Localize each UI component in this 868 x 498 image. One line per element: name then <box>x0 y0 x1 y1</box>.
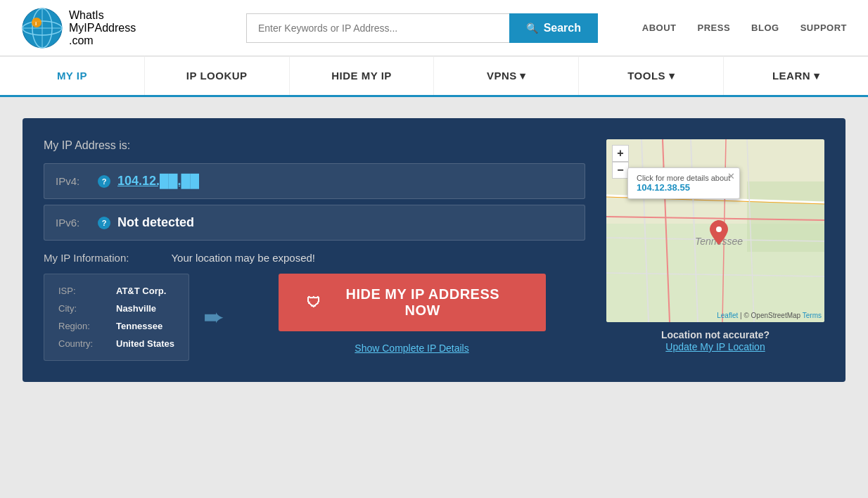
nav-my-ip[interactable]: MY IP <box>0 57 145 95</box>
search-button[interactable]: 🔍 Search <box>509 13 598 43</box>
ipv6-row: IPv6: ? Not detected <box>44 205 585 241</box>
logo-address: Address <box>94 22 136 34</box>
logo-globe-icon: i <box>21 7 63 49</box>
map-popup-ip[interactable]: 104.12.38.55 <box>637 182 731 193</box>
map-container[interactable]: Tennessee + − ✕ Click for more details a… <box>606 139 824 322</box>
nav-about[interactable]: ABOUT <box>642 23 677 33</box>
ipv4-type-label: IPv4: <box>56 175 91 187</box>
osm-attribution: © OpenStreetMap <box>743 312 800 319</box>
hide-ip-button[interactable]: 🛡 HIDE MY IP ADDRESS NOW <box>279 274 546 331</box>
svg-point-22 <box>716 226 722 232</box>
logo-myip: MyIP <box>69 22 94 34</box>
nav-vpns[interactable]: VPNS ▾ <box>434 57 579 95</box>
ip-address-label: My IP Address is: <box>44 139 585 152</box>
search-input[interactable] <box>246 13 509 43</box>
nav-press[interactable]: PRESS <box>698 23 731 33</box>
ip-info-section: My IP Information: Your location may be … <box>44 252 585 361</box>
country-value: United States <box>116 338 174 349</box>
map-popup: ✕ Click for more details about 104.12.38… <box>627 167 740 199</box>
city-key: City: <box>58 303 108 314</box>
map-popup-close[interactable]: ✕ <box>727 171 735 181</box>
nav-blog[interactable]: BLOG <box>751 23 779 33</box>
isp-row: ISP: AT&T Corp. <box>58 286 174 296</box>
content-area: My IP Address is: IPv4: ? 104.12.██.██ I… <box>0 97 868 403</box>
map-svg: Tennessee <box>606 139 824 322</box>
shield-icon: 🛡 <box>307 295 321 311</box>
region-key: Region: <box>58 321 108 331</box>
ipv6-type-label: IPv6: <box>56 217 91 229</box>
nav-support[interactable]: SUPPORT <box>800 23 847 33</box>
nav-tools[interactable]: TOOLS ▾ <box>579 57 724 95</box>
location-exposed-label: Your location may be exposed! <box>171 252 315 264</box>
location-not-accurate-text: Location not accurate? <box>606 329 824 340</box>
map-area: Tennessee + − ✕ Click for more details a… <box>606 139 824 361</box>
logo-text: WhatIs MyIP Address .com <box>69 9 136 47</box>
ipv4-help-badge[interactable]: ? <box>98 175 110 188</box>
hide-ip-panel: 🛡 HIDE MY IP ADDRESS NOW Show Complete I… <box>238 274 585 354</box>
show-complete-details-link[interactable]: Show Complete IP Details <box>355 343 468 354</box>
map-popup-title: Click for more details about <box>637 174 731 182</box>
region-row: Region: Tennessee <box>58 321 174 331</box>
location-info: Location not accurate? Update My IP Loca… <box>606 329 824 353</box>
nav-hide-my-ip[interactable]: HIDE MY IP <box>290 57 435 95</box>
header: i WhatIs MyIP Address .com 🔍 Search ABOU… <box>0 0 868 56</box>
zoom-out-button[interactable]: − <box>612 162 629 179</box>
ip-info-header: My IP Information: <box>44 252 129 264</box>
update-location-link[interactable]: Update My IP Location <box>665 341 765 352</box>
top-nav: ABOUT PRESS BLOG SUPPORT <box>642 23 847 33</box>
arrow-right-icon: ➨ <box>203 302 224 332</box>
country-row: Country: United States <box>58 338 174 349</box>
ipv6-help-badge[interactable]: ? <box>98 217 110 229</box>
ip-panel: My IP Address is: IPv4: ? 104.12.██.██ I… <box>23 118 845 382</box>
leaflet-link[interactable]: Leaflet <box>717 312 738 319</box>
ipv4-row: IPv4: ? 104.12.██.██ <box>44 163 585 199</box>
ip-left-column: My IP Address is: IPv4: ? 104.12.██.██ I… <box>44 139 585 361</box>
map-zoom-controls: + − <box>612 145 629 179</box>
svg-text:i: i <box>35 20 37 27</box>
isp-value: AT&T Corp. <box>116 286 166 296</box>
ipv4-value[interactable]: 104.12.██.██ <box>117 174 199 189</box>
osm-terms-link[interactable]: Terms <box>803 312 822 319</box>
city-row: City: Nashville <box>58 303 174 314</box>
hide-ip-btn-label: HIDE MY IP ADDRESS NOW <box>328 286 518 319</box>
nav-ip-lookup[interactable]: IP LOOKUP <box>145 57 290 95</box>
region-value: Tennessee <box>116 321 162 331</box>
ip-info-table: ISP: AT&T Corp. City: Nashville Region: … <box>44 274 189 361</box>
country-key: Country: <box>58 338 108 349</box>
search-button-label: Search <box>544 22 581 34</box>
zoom-in-button[interactable]: + <box>612 145 629 162</box>
logo-whatis: WhatIs <box>69 9 104 21</box>
logo-area: i WhatIs MyIP Address .com <box>21 7 218 49</box>
ip-details-grid: ISP: AT&T Corp. City: Nashville Region: … <box>44 274 585 361</box>
ipv6-value: Not detected <box>117 215 194 230</box>
isp-key: ISP: <box>58 286 108 296</box>
search-icon: 🔍 <box>526 23 538 34</box>
city-value: Nashville <box>116 303 156 314</box>
map-attribution: Leaflet | © OpenStreetMap Terms <box>717 312 822 319</box>
main-nav: MY IP IP LOOKUP HIDE MY IP VPNS ▾ TOOLS … <box>0 56 868 97</box>
logo-dotcom: .com <box>69 34 94 46</box>
nav-learn[interactable]: LEARN ▾ <box>724 57 868 95</box>
search-area: 🔍 Search <box>246 13 598 43</box>
